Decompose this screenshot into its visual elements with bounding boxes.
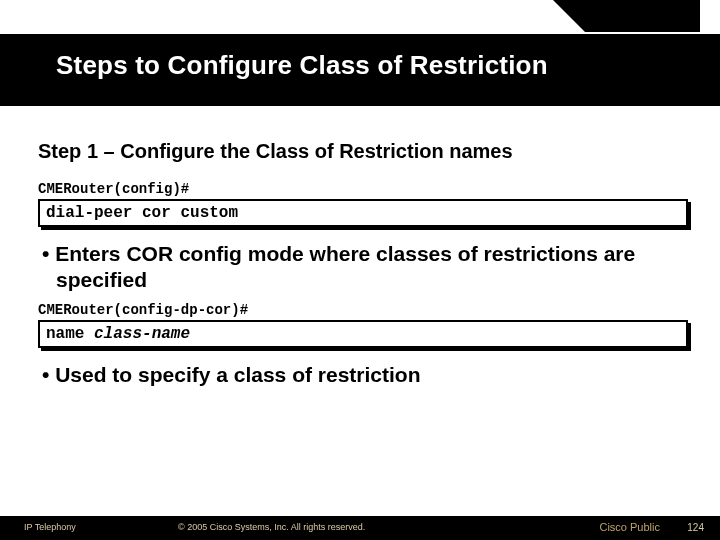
cli-prompt-2: CMERouter(config-dp-cor)#: [38, 302, 688, 318]
cli-prompt-1: CMERouter(config)#: [38, 181, 688, 197]
footer-page-number: 124: [687, 522, 704, 533]
bullet-1-text: Enters COR config mode where classes of …: [55, 242, 635, 291]
footer-public: Cisco Public: [599, 521, 660, 533]
bullet-2: • Used to specify a class of restriction: [38, 362, 688, 388]
command-box-1: dial-peer cor custom: [38, 199, 688, 227]
bullet-1: • Enters COR config mode where classes o…: [38, 241, 688, 294]
command-1-text: dial-peer cor custom: [46, 204, 238, 222]
footer-left: IP Telephony: [24, 522, 76, 532]
command-2-literal: name: [46, 325, 94, 343]
command-2-arg: class-name: [94, 325, 190, 343]
corner-tab: [585, 0, 700, 32]
command-box-2: name class-name: [38, 320, 688, 348]
bullet-2-text: Used to specify a class of restriction: [55, 363, 420, 386]
step-heading: Step 1 – Configure the Class of Restrict…: [38, 140, 688, 163]
footer-bar: IP Telephony © 2005 Cisco Systems, Inc. …: [0, 516, 720, 540]
footer-copyright: © 2005 Cisco Systems, Inc. All rights re…: [178, 522, 365, 532]
slide-title: Steps to Configure Class of Restriction: [56, 50, 548, 81]
content-area: Step 1 – Configure the Class of Restrict…: [38, 140, 688, 396]
slide: Steps to Configure Class of Restriction …: [0, 0, 720, 540]
